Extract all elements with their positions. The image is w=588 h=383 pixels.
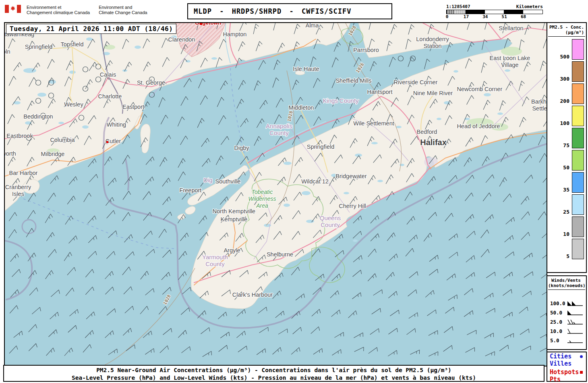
logo-fr-line2: Changement climatique Canada [27,10,90,15]
scale-track [446,10,543,14]
map-label: AnnapolisCounty [266,123,292,136]
logo-en-line1: Environment and [99,5,147,10]
pm25-legend-entry: 100 [547,106,584,126]
scale-unit: Kilometers [516,4,543,9]
map-label: Gagetown [195,23,221,26]
divider [548,289,585,290]
pm25-swatch [572,61,584,82]
wind-legend-entry: 10.0 [547,327,586,336]
svg-text:1028: 1028 [286,110,294,122]
svg-text:1028: 1028 [162,294,172,306]
map-label: Whiting [107,121,126,128]
hotspots-label-en: Hotspots [550,369,579,375]
map-label: Kings County [323,97,359,104]
pm25-swatch [572,239,584,259]
pm25-swatch [572,172,584,193]
wind-legend-entry: 5.0 [547,336,586,345]
map-label: Clarendon [168,36,195,43]
map-label: QueensCounty [320,214,341,228]
wind-barb-icon [566,337,584,344]
map-label: Wile Settlement [353,120,394,127]
product-title: MLDP - HRDPS/SHRPD - CWFIS/SCIFV [188,7,352,15]
map-label: Bridgewater [335,173,367,179]
map-label: Halifax [420,138,447,147]
eccc-mldp-map-page: Environnement et Changement climatique C… [0,0,588,383]
map-label: Eastbrook [6,133,33,139]
map-label: Springfield [25,44,53,50]
svg-text:1026: 1026 [355,62,365,74]
pm25-legend-rows: 50030020010075503525105 [547,39,586,259]
weather-map: 1028102610281028attawamkeagSpringfieldTo… [5,23,547,366]
scale-ratio: 1:1285407 [446,4,470,9]
pm25-swatch [572,39,584,60]
pm25-swatch [572,216,584,237]
logo-wordmark: Environnement et Changement climatique C… [27,5,147,15]
pm25-legend-entry: 500 [547,39,584,60]
map-label: Head of Jeddore [457,123,500,129]
eccc-logo: Environnement et Changement climatique C… [5,5,147,15]
wind-barb-icon [566,310,584,316]
map-label: Freeport [180,187,202,194]
land-layer [5,23,547,309]
map-label: Dig [203,177,213,183]
pm25-swatch [572,83,584,104]
scale-ticks: 017345168 [446,14,543,20]
map-label: Newcomb Corner [457,86,503,92]
cities-hotspots-legend: Cities Villes Hotspots Pts chauds [547,352,587,382]
scale-tick: 17 [464,14,469,19]
map-label: Cherry Hill [339,203,366,209]
map-label: YarmouthCounty [202,254,228,267]
pm25-legend-entry: 35 [547,172,584,193]
map-canvas: 1028102610281028attawamkeagSpringfieldTo… [4,22,547,366]
timestamp-box: Tuesday, 21 April 2026 11:00 ADT (18/46) [6,24,176,34]
map-label: Springfield [307,144,335,150]
map-label: Eastport [122,104,144,110]
map-label: BarkhouSettlem [531,98,547,112]
map-label: Milbridge [41,151,65,157]
scale-tick: 34 [482,14,488,19]
map-label: Argyle [224,247,240,254]
map-label: Wesley [64,101,83,108]
map-label: North Kemptville [213,208,255,214]
wind-legend-entry: 25.0 [547,317,586,327]
logo-fr-line1: Environnement et [27,5,90,10]
map-label: Middleton [289,104,314,111]
map-label: Sheffield Mills [335,77,371,84]
logo-en-line2: Climate Change Canada [99,10,147,15]
hotspot-marker [200,23,202,25]
pm25-legend-entry: 10 [547,216,584,237]
product-title-box: MLDP - HRDPS/SHRPD - CWFIS/SCIFV [187,3,392,19]
scale-bar: 1:1285407 Kilometers 017345168 [446,4,543,20]
map-label: Nine Mile River [413,90,453,96]
pm25-legend-entry: 25 [547,194,584,215]
cities-label-en: Cities [550,353,571,360]
pm25-swatch [572,194,584,215]
hotspots-label-fr: Pts chauds [550,376,583,383]
map-label: Topsfield [60,41,83,48]
map-label: Riverside Corner [394,79,438,85]
city-dot-icon [580,355,583,358]
winds-legend-rows: 100.050.025.010.05.0 [547,299,586,345]
map-label: Bar Harbor [9,170,38,176]
map-label: Isle Haute [293,66,319,72]
map-label: Clark's Harbour [232,291,273,298]
scale-tick: 0 [446,14,449,19]
map-label: Wildcat 12 [301,178,329,185]
pm25-legend-title: PM2.5 - Conc.(µg/m³) [547,23,586,35]
pm25-swatch [572,106,584,126]
maritime-dashed-line [23,199,176,249]
map-label: Beddington [23,113,53,120]
scale-tick: 51 [502,14,507,19]
hotspot-marker [106,141,108,143]
map-label: worth [5,150,16,157]
wind-legend-entry: 100.0 [547,299,586,308]
caption-box: PM2.5 Near-Ground Air Concentrations (µg… [3,365,545,382]
caption-line2: Sea-Level Pressure (hPa) and Low-Level W… [4,374,544,382]
map-label: oln [5,48,10,55]
map-label: Calais [100,71,116,78]
pm25-swatch [572,128,584,148]
cities-label-fr: Villes [550,360,571,367]
pm25-legend-entry: 5 [547,239,584,259]
pm25-legend-entry: 50 [547,150,584,171]
pm25-legend-entry: 200 [547,83,584,104]
